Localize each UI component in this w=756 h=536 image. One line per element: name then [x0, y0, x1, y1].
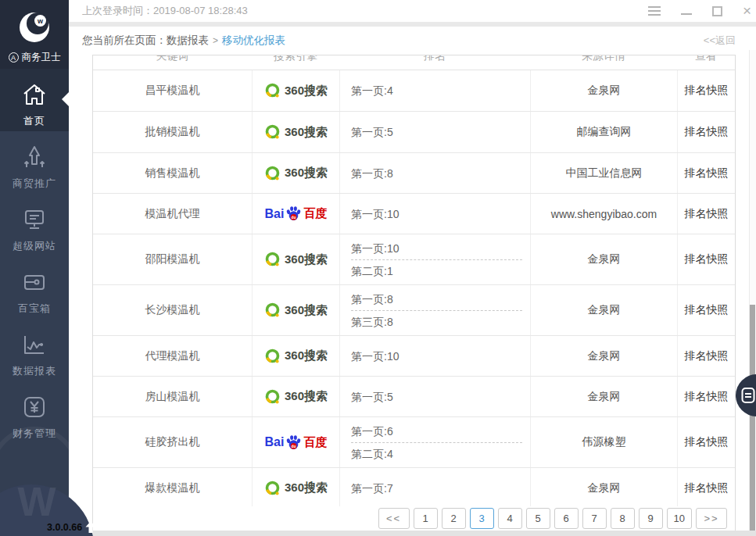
page-button[interactable]: 3: [470, 508, 494, 529]
rank-value: 第二页:1: [351, 263, 530, 279]
table-row: 爆款模温机 360搜索第一页:7金泉网排名快照: [93, 468, 735, 509]
close-icon[interactable]: ×: [743, 5, 751, 16]
engine-baidu-logo: Bai du 百度: [265, 434, 328, 451]
table-row: 批销模温机 360搜索第一页:5邮编查询网排名快照: [93, 112, 735, 153]
source-cell: 金泉网: [530, 234, 677, 284]
engine-cell: 360搜索: [252, 234, 339, 284]
sidebar-item-data-reports[interactable]: 数据报表: [0, 319, 69, 381]
baidu-paw-icon: du: [285, 434, 302, 451]
sidebar-item-home[interactable]: 首页: [0, 69, 69, 131]
keyword-cell: 昌平模温机: [93, 70, 252, 111]
sidebar-item-label: 数据报表: [0, 364, 69, 378]
keyword-cell: 邵阳模温机: [93, 234, 252, 284]
back-link[interactable]: <<返回: [704, 34, 736, 48]
engine-360-logo: 360搜索: [264, 165, 328, 182]
keyword-cell: 代理模温机: [93, 336, 252, 376]
rank-divider: [351, 310, 522, 311]
rank-cell: 第一页:10第二页:1: [339, 234, 530, 284]
rank-cell: 第一页:10: [339, 194, 530, 234]
page-button[interactable]: 8: [611, 508, 635, 529]
view-snapshot-link[interactable]: 排名快照: [685, 349, 729, 363]
view-snapshot-link[interactable]: 排名快照: [685, 125, 729, 139]
header-engine: 搜索引擎: [252, 55, 339, 70]
page-next-button[interactable]: >>: [696, 508, 727, 529]
scrollbar-thumb[interactable]: [750, 305, 755, 531]
header-source: 来源详情: [530, 55, 677, 70]
window-controls: ×: [648, 5, 756, 16]
engine-360-logo: 360搜索: [264, 123, 328, 141]
rank-divider: [351, 259, 522, 260]
keyword-cell: 模温机代理: [93, 194, 252, 234]
keyword-cell: 长沙模温机: [93, 285, 252, 335]
view-snapshot-link[interactable]: 排名快照: [685, 84, 729, 98]
sidebar-item-super-website[interactable]: 超级网站: [0, 194, 69, 256]
view-cell: 排名快照: [677, 285, 735, 335]
engine-360-logo: 360搜索: [264, 348, 328, 365]
keyword-cell: 硅胶挤出机: [93, 417, 252, 467]
rank-value: 第一页:8: [351, 291, 530, 307]
breadcrumb-current-link[interactable]: 移动优化报表: [222, 34, 285, 48]
line-chart-icon: [21, 333, 48, 356]
view-cell: 排名快照: [677, 336, 735, 376]
page-prev-button[interactable]: <<: [378, 508, 410, 529]
view-snapshot-link[interactable]: 排名快照: [685, 207, 729, 221]
rank-value: 第一页:10: [351, 206, 530, 222]
page-button[interactable]: 1: [414, 508, 438, 529]
view-snapshot-link[interactable]: 排名快照: [685, 252, 729, 266]
engine-cell: 360搜索: [252, 377, 339, 416]
table-body: 昌平模温机 360搜索第一页:4金泉网排名快照批销模温机 360搜索第一页:5邮…: [93, 70, 735, 509]
sidebar-item-promotion[interactable]: 商贸推广: [0, 131, 69, 194]
ranking-table: 关键词 搜索引擎 排名 来源详情 查看 昌平模温机 360搜索第一页:4金泉网排…: [92, 55, 736, 536]
sidebar-item-label: 首页: [0, 114, 69, 128]
view-snapshot-link[interactable]: 排名快照: [685, 481, 729, 495]
rank-cell: 第一页:6第二页:4: [339, 417, 530, 467]
update-arrow-icon[interactable]: [84, 520, 97, 534]
rank-value: 第一页:5: [351, 124, 530, 140]
minimize-icon[interactable]: [681, 7, 692, 15]
360-ring-icon: [264, 82, 281, 99]
view-snapshot-link[interactable]: 排名快照: [685, 166, 729, 180]
breadcrumb-separator: >: [213, 35, 218, 46]
rank-value: 第一页:8: [351, 166, 530, 181]
table-row: 代理模温机 360搜索第一页:10金泉网排名快照: [93, 336, 735, 377]
sidebar-item-label: 百宝箱: [0, 302, 69, 316]
engine-cell: 360搜索: [252, 70, 339, 111]
engine-360-logo: 360搜索: [264, 82, 328, 99]
svg-text:du: du: [292, 444, 296, 448]
table-row: 模温机代理 Bai du 百度第一页:10www.shengyibao.com排…: [93, 194, 735, 234]
table-row: 长沙模温机 360搜索第一页:8第三页:8金泉网排名快照: [93, 285, 735, 336]
brand-name: 商务卫士: [22, 51, 61, 64]
watermark-letter: W: [9, 478, 64, 525]
menu-icon[interactable]: [648, 6, 661, 16]
view-cell: 排名快照: [677, 194, 735, 234]
maximize-icon[interactable]: [712, 6, 722, 16]
engine-cell: Bai du 百度: [252, 194, 339, 234]
page-button[interactable]: 9: [639, 508, 663, 529]
page-button[interactable]: 10: [667, 508, 692, 529]
page-button[interactable]: 7: [582, 508, 607, 529]
customer-service-icon: [741, 387, 755, 404]
360-ring-icon: [264, 165, 281, 182]
view-snapshot-link[interactable]: 排名快照: [685, 435, 729, 449]
sidebar-item-toolbox[interactable]: 百宝箱: [0, 256, 69, 319]
rank-value: 第三页:8: [351, 314, 530, 330]
page-button[interactable]: 2: [442, 508, 466, 529]
keyword-cell: 房山模温机: [93, 377, 252, 416]
view-cell: 排名快照: [677, 70, 735, 111]
table-row: 销售模温机 360搜索第一页:8中国工业信息网排名快照: [93, 153, 735, 194]
engine-cell: Bai du 百度: [252, 417, 339, 467]
source-cell: 邮编查询网: [530, 112, 677, 152]
view-snapshot-link[interactable]: 排名快照: [685, 390, 729, 404]
footer-strip: [69, 531, 756, 536]
view-snapshot-link[interactable]: 排名快照: [685, 303, 729, 317]
page-button[interactable]: 5: [526, 508, 550, 529]
page-button[interactable]: 6: [554, 508, 579, 529]
engine-cell: 360搜索: [252, 285, 339, 335]
brand: A 商务卫士: [0, 51, 69, 64]
table-row: 房山模温机 360搜索第一页:5金泉网排名快照: [93, 377, 735, 417]
360-ring-icon: [264, 251, 281, 268]
version-label: 3.0.0.66: [47, 522, 82, 533]
engine-cell: 360搜索: [252, 153, 339, 193]
page-button[interactable]: 4: [498, 508, 522, 529]
home-icon: [21, 83, 48, 106]
